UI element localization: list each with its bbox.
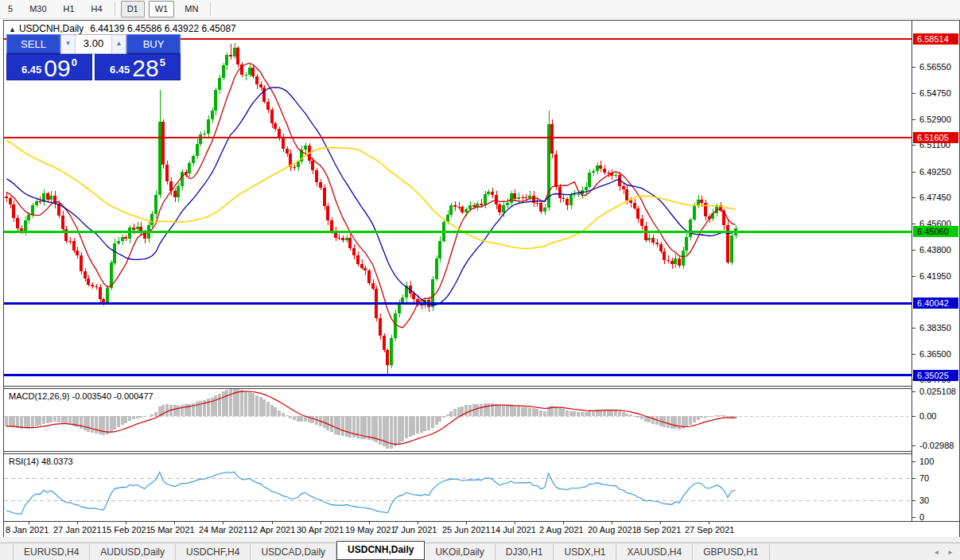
price-scale[interactable]: 6.585146.516056.450606.400426.350256.565…	[911, 21, 959, 521]
chart-tab-dj30-h1[interactable]: DJ30,H1	[496, 544, 554, 560]
window-gap-strip	[0, 537, 960, 542]
price-badge: 6.35025	[913, 370, 958, 381]
price-tick-label: 6.54750	[919, 88, 951, 98]
volume-value[interactable]: 3.00	[76, 35, 111, 53]
date-tick-label: 19 May 2021	[345, 525, 396, 535]
date-tick-mark	[77, 522, 78, 524]
date-tick-label: 14 Jul 2021	[491, 525, 536, 535]
date-tick-label: 12 Apr 2021	[248, 525, 295, 535]
one-click-trade-panel: SELL ▼ 3.00 ▲ BUY 6.45 09 0 6.45 28 5	[6, 34, 181, 80]
toolbar-separator	[210, 2, 211, 16]
date-tick-mark	[612, 522, 612, 524]
price-tick-label: 6.49250	[919, 167, 951, 177]
date-tick-label: 5 Mar 2021	[150, 525, 195, 535]
rsi-tick-mark	[912, 461, 915, 462]
date-tick-label: 27 Sep 2021	[685, 525, 734, 535]
rsi-tick-mark	[912, 478, 915, 479]
timeframe-button-mn[interactable]: MN	[178, 1, 204, 18]
price-tick-label: 6.47450	[919, 192, 951, 202]
date-tick-mark	[418, 522, 418, 524]
chart-ohlc-values: 6.44139 6.45586 6.43922 6.45087	[90, 23, 236, 34]
tabs-scroll-right-icon[interactable]: ►	[947, 549, 954, 556]
price-tick-mark	[912, 276, 915, 277]
price-tick-label: 6.43800	[919, 245, 951, 255]
price-level-line[interactable]	[4, 231, 911, 233]
price-level-line[interactable]	[4, 374, 911, 376]
buy-button[interactable]: BUY	[126, 34, 181, 54]
date-tick-mark	[223, 522, 223, 524]
macd-tick-mark	[912, 445, 915, 446]
date-tick-label: 8 Sep 2021	[636, 525, 681, 535]
price-level-line[interactable]	[4, 302, 911, 305]
macd-tick-label: 0.00	[919, 411, 936, 421]
price-tick-mark	[912, 119, 915, 120]
date-tick-label: 24 Mar 2021	[199, 525, 248, 535]
price-level-line[interactable]	[4, 137, 911, 138]
buy-price-display[interactable]: 6.45 28 5	[95, 54, 181, 80]
price-tick-label: 6.41950	[919, 271, 951, 281]
volume-increase-button[interactable]: ▲	[111, 35, 126, 53]
buy-price-prefix: 6.45	[110, 64, 130, 76]
date-tick-label: 25 Jun 2021	[442, 525, 491, 535]
price-tick-mark	[912, 93, 915, 94]
date-tick-mark	[29, 522, 29, 524]
price-badge: 6.45060	[913, 226, 958, 237]
sell-price-prefix: 6.45	[21, 64, 41, 76]
chart-tab-usdcad-daily[interactable]: USDCAD,Daily	[251, 544, 336, 560]
volume-decrease-button[interactable]: ▼	[61, 35, 76, 53]
timeframe-button-h1[interactable]: H1	[57, 1, 81, 18]
price-tick-mark	[912, 145, 915, 146]
date-tick-label: 2 Aug 2021	[539, 525, 584, 535]
date-tick-label: 27 Jan 2021	[53, 525, 102, 535]
date-tick-mark	[369, 522, 370, 524]
date-tick-mark	[660, 522, 661, 524]
rsi-tick-mark	[912, 500, 915, 501]
volume-stepper: ▼ 3.00 ▲	[60, 34, 126, 54]
price-tick-label: 6.36500	[919, 349, 951, 359]
buy-price-pip-digit: 5	[160, 56, 165, 68]
chart-tab-ukoil-daily[interactable]: UKOil,Daily	[425, 544, 495, 560]
timeframe-button-d1[interactable]: D1	[121, 1, 145, 18]
chart-symbol-label: USDCNH,Daily	[19, 23, 84, 34]
price-tick-mark	[912, 224, 915, 224]
price-tick-label: 6.52900	[919, 115, 951, 124]
chart-window: ▲USDCNH,Daily6.44139 6.45586 6.43922 6.4…	[3, 20, 960, 537]
chart-tab-eurusd-h4[interactable]: EURUSD,H4	[13, 544, 90, 560]
chart-tab-usdx-h1[interactable]: USDX,H1	[554, 544, 616, 560]
sell-price-display[interactable]: 6.45 09 0	[6, 54, 92, 80]
rsi-indicator-chart[interactable]	[4, 454, 911, 521]
price-tick-label: 6.56550	[919, 62, 951, 72]
date-tick-label: 15 Feb 2021	[102, 525, 151, 535]
chart-tab-xauusd-h4[interactable]: XAUUSD,H4	[616, 544, 693, 560]
rsi-label: RSI(14) 48.0373	[9, 457, 73, 466]
tabs-scroll-left-icon[interactable]: ◄	[933, 549, 939, 556]
timeframe-toolbar: 5M30H1H4D1W1MN	[0, 0, 960, 19]
rsi-tick-label: 30	[919, 496, 929, 505]
date-tick-label: 30 Apr 2021	[297, 525, 344, 535]
sell-price-pip-digit: 0	[72, 56, 77, 68]
macd-label: MACD(12,26,9) -0.003540 -0.000477	[9, 391, 154, 401]
date-tick-mark	[466, 522, 467, 524]
rsi-tick-label: 70	[919, 473, 929, 483]
rsi-tick-label: 100	[919, 457, 934, 466]
price-tick-mark	[912, 197, 915, 198]
collapse-arrow-icon[interactable]: ▲	[9, 25, 16, 33]
date-tick-mark	[321, 522, 321, 524]
candles	[5, 43, 737, 374]
date-tick-mark	[515, 522, 515, 524]
chart-title: ▲USDCNH,Daily6.44139 6.45586 6.43922 6.4…	[9, 23, 236, 34]
timeframe-button-w1[interactable]: W1	[149, 1, 175, 18]
rsi-tick-mark	[912, 517, 915, 518]
buy-price-big-digits: 28	[132, 57, 158, 79]
timeframe-button-m30[interactable]: M30	[23, 1, 52, 18]
date-scale[interactable]: 8 Jan 202127 Jan 202115 Feb 20215 Mar 20…	[4, 521, 959, 537]
timeframe-button-h4[interactable]: H4	[85, 1, 109, 18]
chart-tab-usdchf-h4[interactable]: USDCHF,H4	[176, 544, 251, 560]
timeframe-button-5[interactable]: 5	[2, 1, 19, 18]
chart-tab-audusd-daily[interactable]: AUDUSD,Daily	[90, 544, 176, 560]
sell-button[interactable]: SELL	[6, 34, 60, 54]
date-tick-mark	[272, 522, 273, 524]
chart-tab-usdcnh-daily[interactable]: USDCNH,Daily	[336, 541, 425, 560]
date-tick-label: 20 Aug 2021	[588, 525, 637, 535]
chart-tab-gbpusd-h1[interactable]: GBPUSD,H1	[693, 544, 769, 560]
